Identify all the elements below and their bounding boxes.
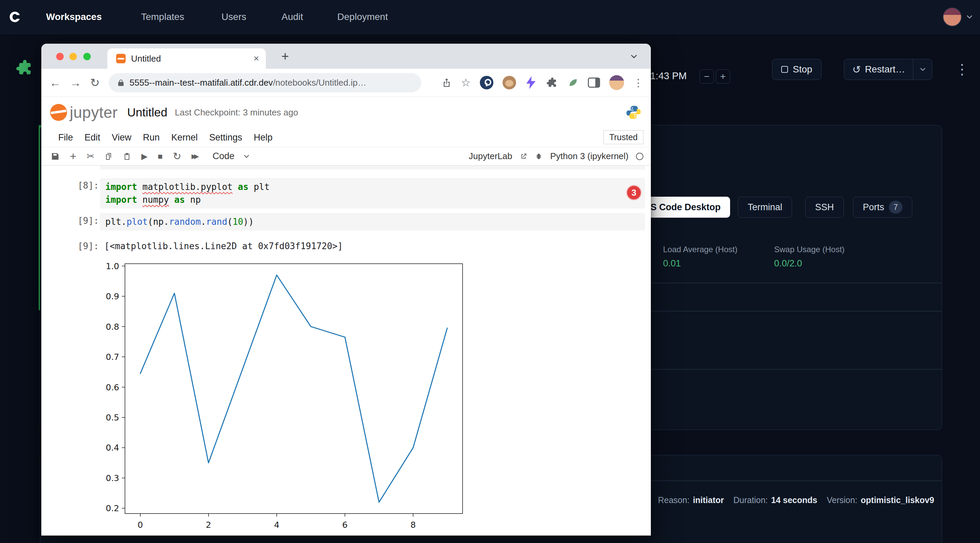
external-link-icon[interactable] — [520, 153, 527, 160]
restart-button-group: ↺ Restart… — [844, 59, 932, 80]
svg-text:0.8: 0.8 — [106, 322, 119, 332]
svg-text:0: 0 — [137, 520, 143, 530]
code-cell-in8[interactable]: import matplotlib.pyplot as plt import n… — [100, 178, 645, 208]
svg-text:0.2: 0.2 — [106, 503, 119, 513]
ports-button[interactable]: Ports 7 — [853, 197, 912, 218]
svg-text:6: 6 — [342, 520, 348, 530]
nav-deployment[interactable]: Deployment — [337, 11, 388, 22]
checkpoint-text: Last Checkpoint: 3 minutes ago — [175, 107, 298, 118]
cell-notification-badge[interactable]: 3 — [626, 185, 642, 200]
debugger-bug-icon[interactable] — [535, 152, 543, 160]
restart-kernel-icon[interactable]: ↻ — [173, 150, 181, 162]
svg-text:4: 4 — [274, 520, 279, 530]
reload-button[interactable]: ↻ — [90, 76, 100, 89]
menu-run[interactable]: Run — [143, 132, 160, 143]
jupyter-logo[interactable]: jupyter — [50, 103, 118, 122]
address-bar[interactable]: 5555--main--test--matifali.atif.cdr.dev/… — [109, 73, 421, 92]
user-avatar[interactable] — [943, 8, 962, 26]
jupyter-header: jupyter Untitled Last Checkpoint: 3 minu… — [41, 97, 651, 128]
cell-type-dropdown[interactable]: Code — [213, 151, 251, 162]
interrupt-kernel-icon[interactable]: ■ — [158, 152, 163, 161]
vscode-desktop-button[interactable]: VS Code Desktop — [637, 197, 730, 218]
matplotlib-figure: 0.20.30.40.50.60.70.80.91.002468 — [88, 259, 477, 530]
build-duration: Duration: 14 seconds — [733, 495, 818, 505]
url-text: 5555--main--test--matifali.atif.cdr.dev/… — [130, 78, 366, 88]
forward-button[interactable]: → — [70, 76, 81, 89]
close-window-button[interactable] — [56, 53, 64, 60]
menu-kernel[interactable]: Kernel — [171, 132, 198, 143]
input-prompt: [8]: — [65, 181, 99, 191]
back-button[interactable]: ← — [49, 76, 61, 89]
browser-tab[interactable]: Untitled × — [107, 48, 266, 69]
menu-help[interactable]: Help — [254, 132, 273, 143]
browser-profile-avatar[interactable] — [609, 75, 624, 90]
side-panel-icon[interactable] — [588, 78, 600, 88]
notebook-title[interactable]: Untitled — [127, 106, 168, 119]
run-cell-icon[interactable]: ▶ — [141, 152, 147, 161]
browser-menu-icon[interactable]: ⋮ — [633, 77, 643, 89]
menu-file[interactable]: File — [58, 132, 73, 143]
chevron-down-icon[interactable] — [965, 13, 974, 21]
leaf-extension-icon[interactable] — [567, 77, 579, 88]
add-cell-icon[interactable]: + — [70, 150, 76, 163]
lightning-extension-icon[interactable] — [525, 76, 537, 89]
paste-cell-icon[interactable] — [123, 152, 131, 160]
nav-users[interactable]: Users — [221, 11, 246, 22]
python-logo-icon — [626, 105, 641, 122]
copy-cell-icon[interactable] — [105, 152, 113, 160]
maximize-window-button[interactable] — [83, 53, 91, 60]
extensions-puzzle-icon[interactable] — [546, 76, 558, 89]
share-icon[interactable] — [442, 78, 452, 88]
menu-edit[interactable]: Edit — [85, 132, 100, 143]
toolbar-right: JupyterLab Python 3 (ipykernel) — [469, 151, 643, 162]
close-tab-icon[interactable]: × — [254, 53, 259, 64]
minimize-window-button[interactable] — [69, 53, 77, 60]
ports-count-badge: 7 — [889, 201, 902, 214]
kernel-status-icon — [636, 153, 643, 160]
monkey-extension-icon[interactable] — [503, 76, 516, 89]
restart-dropdown-button[interactable] — [913, 59, 932, 79]
cut-cell-icon[interactable]: ✂ — [87, 151, 94, 162]
new-tab-button[interactable]: + — [278, 49, 292, 63]
workspace-menu-button[interactable]: ⋮ — [955, 62, 969, 76]
stop-button[interactable]: Stop — [772, 59, 821, 80]
stat-label: Load Average (Host) — [663, 245, 738, 254]
nav-workspaces[interactable]: Workspaces — [46, 11, 102, 22]
stop-icon — [781, 66, 788, 73]
jupyterlab-link[interactable]: JupyterLab — [469, 151, 512, 162]
jupyter-toolbar: + ✂ ▶ ■ ↻ ▶▶ Code JupyterLab Python 3 (i… — [41, 147, 651, 165]
decrease-time-button[interactable]: − — [700, 70, 714, 84]
ssh-button[interactable]: SSH — [805, 197, 844, 218]
code-line: plt.plot(np.random.rand(10)) — [105, 215, 640, 228]
notebook-content: [8]: import matplotlib.pyplot as plt imp… — [41, 165, 651, 535]
run-all-icon[interactable]: ▶▶ — [191, 152, 199, 160]
restart-icon: ↺ — [852, 64, 861, 76]
clock-text: 11:43 PM — [646, 70, 687, 82]
menu-view[interactable]: View — [112, 132, 131, 143]
increase-time-button[interactable]: + — [716, 70, 730, 84]
nav-templates[interactable]: Templates — [141, 11, 184, 22]
address-bar-actions: ☆ ⋮ — [421, 75, 644, 90]
tab-search-chevron-icon[interactable] — [629, 52, 639, 63]
onepassword-extension-icon[interactable] — [480, 76, 493, 89]
output-text: [<matplotlib.lines.Line2D at 0x7fd03f191… — [104, 241, 343, 251]
code-cell-in9[interactable]: plt.plot(np.random.rand(10)) — [100, 213, 645, 230]
save-icon[interactable] — [51, 152, 60, 161]
svg-text:0.9: 0.9 — [106, 292, 119, 301]
lock-icon — [117, 79, 125, 87]
clipped-cell — [100, 165, 645, 170]
build-reason: Reason: initiator — [658, 495, 724, 505]
jupyter-menubar: File Edit View Run Kernel Settings Help … — [41, 128, 651, 147]
input-prompt: [9]: — [65, 216, 99, 226]
kernel-name[interactable]: Python 3 (ipykernel) — [550, 151, 628, 162]
trusted-button[interactable]: Trusted — [603, 130, 643, 144]
terminal-button[interactable]: Terminal — [738, 197, 792, 218]
coder-logo-icon[interactable] — [6, 8, 24, 26]
svg-text:2: 2 — [206, 520, 211, 530]
nav-audit[interactable]: Audit — [282, 11, 303, 22]
restart-button[interactable]: ↺ Restart… — [844, 59, 913, 79]
bookmark-star-icon[interactable]: ☆ — [461, 77, 471, 88]
menu-settings[interactable]: Settings — [209, 132, 242, 143]
stat-load-average: Load Average (Host) 0.01 — [663, 245, 738, 269]
code-line: import numpy as np — [105, 193, 640, 206]
